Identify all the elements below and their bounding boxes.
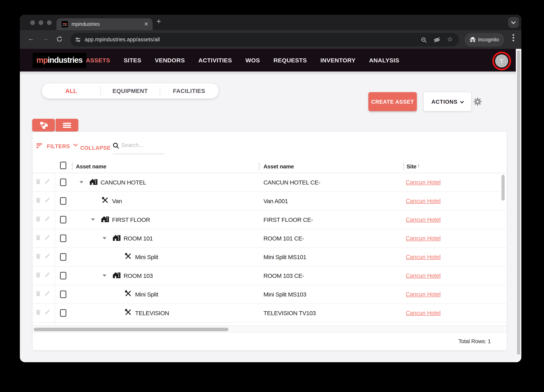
tab-all[interactable]: ALL [42,83,101,99]
actions-dropdown-button[interactable]: ACTIONS [424,92,471,111]
row-checkbox[interactable] [60,253,66,261]
expand-caret-icon[interactable] [79,181,83,183]
select-all-checkbox[interactable] [60,162,66,169]
site-link[interactable]: Cancun Hotel [406,198,441,204]
collapse-button[interactable]: COLLAPSE [80,145,111,151]
asset-type-icon [124,290,132,299]
row-checkbox[interactable] [60,272,66,279]
page-scrollbar[interactable] [517,50,520,355]
edit-row-icon[interactable] [45,216,50,223]
expand-caret-icon[interactable] [102,275,106,277]
traffic-light-zoom[interactable] [47,20,52,25]
tab-facilities[interactable]: FACILITIES [160,83,219,99]
delete-row-icon[interactable] [36,235,41,242]
nav-item-activities[interactable]: ACTIVITIES [198,57,232,64]
table-row[interactable]: Van Van A001 Cancun Hotel [33,192,507,211]
row-checkbox[interactable] [60,291,66,298]
delete-row-icon[interactable] [36,291,41,298]
site-favicon-icon: mp industries [62,21,68,27]
edit-row-icon[interactable] [45,197,50,205]
asset-name-cell: FIRST FLOOR CE- [263,216,313,223]
table-row[interactable]: Mini Split Mini Split MS101 Cancun Hotel [33,248,507,267]
table-vertical-scrollbar[interactable] [502,175,505,201]
back-icon[interactable]: ← [28,35,34,42]
nav-item-sites[interactable]: SITES [124,57,141,64]
url-bar[interactable]: app.mpindustries.app/assets/all ☆ [70,33,459,46]
table-horizontal-scrollbar[interactable] [34,328,229,331]
row-checkbox[interactable] [60,309,66,317]
site-link[interactable]: Cancun Hotel [406,291,441,298]
site-link[interactable]: Cancun Hotel [406,272,441,279]
avatar[interactable]: T [495,54,508,68]
row-checkbox[interactable] [60,179,66,186]
header-site[interactable]: Site [407,163,416,170]
expand-caret-icon[interactable] [91,218,95,221]
password-eye-off-icon[interactable] [433,37,440,44]
asset-type-icon [113,271,121,281]
filters-button[interactable]: FILTERS [47,143,70,149]
table-row-spacer [33,322,507,326]
table-row[interactable]: Mini Split Mini Split MS103 Cancun Hotel [33,285,507,304]
url-text[interactable]: app.mpindustries.app/assets/all [85,36,160,42]
site-settings-icon[interactable] [75,37,81,44]
header-asset-tree[interactable]: Asset name [76,163,106,170]
site-link[interactable]: Cancun Hotel [406,310,441,316]
table-row[interactable]: FIRST FLOOR FIRST FLOOR CE- Cancun Hotel [33,211,507,229]
table-row[interactable]: TELEVISION TELEVISION TV103 Cancun Hotel [33,304,507,322]
list-view-button[interactable] [56,119,78,131]
zoom-icon[interactable] [421,37,427,44]
edit-row-icon[interactable] [45,272,50,279]
search-input[interactable] [121,142,163,148]
header-asset-name[interactable]: Asset name [263,163,294,170]
edit-row-icon[interactable] [45,235,50,242]
delete-row-icon[interactable] [36,309,41,316]
bookmark-star-icon[interactable]: ☆ [447,35,453,43]
traffic-light-close[interactable] [30,20,35,25]
nav-item-vendors[interactable]: VENDORS [155,57,185,64]
forward-icon[interactable]: → [42,35,48,42]
site-link[interactable]: Cancun Hotel [406,254,441,260]
delete-row-icon[interactable] [36,179,41,186]
nav-item-wos[interactable]: WOS [245,57,260,64]
sort-asc-icon[interactable]: ↑ [417,163,420,168]
tab-search-chevron-icon[interactable] [508,17,519,28]
nav-item-requests[interactable]: REQUESTS [273,57,307,64]
delete-row-icon[interactable] [36,272,41,279]
edit-row-icon[interactable] [45,291,50,298]
reload-icon[interactable] [56,36,62,44]
nav-item-inventory[interactable]: INVENTORY [320,57,356,64]
create-asset-button[interactable]: CREATE ASSET [368,92,417,111]
table-row[interactable]: CANCUN HOTEL CANCUN HOTEL CE- Cancun Hot… [33,173,507,192]
site-link[interactable]: Cancun Hotel [406,179,441,186]
tab-close-icon[interactable]: ✕ [143,21,149,27]
row-checkbox[interactable] [60,234,66,242]
browser-tab[interactable]: mp industries mpindustries ✕ [56,18,153,30]
delete-row-icon[interactable] [36,216,41,223]
asset-tree-name: ROOM 101 [124,235,153,242]
tab-equipment[interactable]: EQUIPMENT [101,83,160,99]
nav-item-analysis[interactable]: ANALYSIS [369,57,399,64]
nav-item-assets[interactable]: ASSETS [86,57,110,64]
edit-row-icon[interactable] [45,309,50,316]
delete-row-icon[interactable] [36,197,41,205]
browser-menu-icon[interactable] [513,34,514,42]
table-row[interactable]: ROOM 101 ROOM 101 CE- Cancun Hotel [33,229,507,248]
site-link[interactable]: Cancun Hotel [406,235,441,241]
edit-row-icon[interactable] [45,179,50,186]
settings-gear-icon[interactable] [473,97,482,108]
row-checkbox[interactable] [60,197,66,205]
new-tab-icon[interactable]: + [157,17,161,26]
browser-tab-strip: mp industries mpindustries ✕ + [20,15,521,30]
app-logo[interactable]: mpindustries [33,53,86,68]
facility-icon [113,271,121,279]
tree-view-button[interactable] [32,119,55,131]
row-checkbox[interactable] [60,216,66,223]
edit-row-icon[interactable] [45,253,50,261]
table-row[interactable]: ROOM 103 ROOM 103 CE- Cancun Hotel [33,267,507,285]
expand-caret-icon[interactable] [102,237,106,240]
delete-row-icon[interactable] [36,253,41,261]
site-link[interactable]: Cancun Hotel [406,216,441,223]
filter-icon [36,143,42,149]
traffic-light-minimize[interactable] [39,20,43,25]
asset-type-icon [124,308,132,317]
